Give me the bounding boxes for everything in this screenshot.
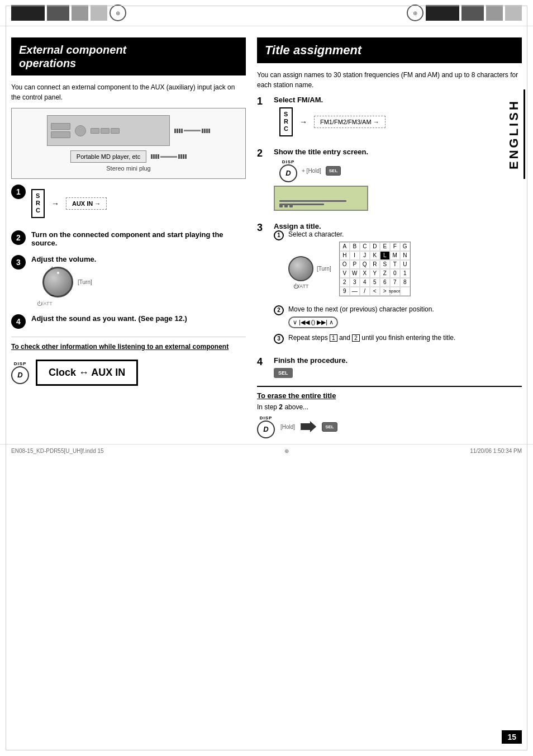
char-T[interactable]: T: [390, 260, 400, 269]
sel-btn-2[interactable]: SEL: [326, 166, 341, 176]
nav-back-icon[interactable]: |◀◀: [299, 319, 310, 326]
fm-dest: FM1/FM2/FM3/AM →: [314, 116, 386, 128]
sel-btn-erase[interactable]: SEL: [322, 422, 337, 432]
char-1[interactable]: 1: [400, 269, 410, 278]
char-B[interactable]: B: [350, 242, 360, 251]
step-3-circle: 3: [11, 255, 26, 270]
char-Z[interactable]: Z: [380, 269, 390, 278]
compass-icon-right: ⊕: [407, 4, 423, 21]
left-intro-text: You can connect an external component to…: [11, 82, 246, 102]
right-column: Title assignment You can assign names to…: [257, 37, 522, 438]
right-section-header: Title assignment: [257, 37, 522, 63]
disp-circle[interactable]: D: [11, 366, 29, 384]
char-C[interactable]: C: [360, 242, 370, 251]
char-O[interactable]: O: [340, 260, 350, 269]
nav-fwd-icon[interactable]: ▶▶|: [317, 319, 327, 326]
char-Q[interactable]: Q: [360, 260, 370, 269]
char-3[interactable]: 3: [350, 278, 360, 287]
bottom-strip: EN08-15_KD-PDR55[U_UH]f.indd 15 ⊕ 11/20/…: [0, 444, 533, 457]
char-gt[interactable]: >: [380, 287, 390, 296]
page-number: 15: [502, 730, 522, 744]
sel-finish-btn[interactable]: SEL: [274, 368, 293, 378]
char-A[interactable]: A: [340, 242, 350, 251]
bottom-compass: ⊕: [284, 448, 289, 454]
top-block-6: [461, 5, 484, 21]
char-9[interactable]: 9: [340, 287, 350, 296]
nav-next-icon[interactable]: ∧: [329, 319, 334, 326]
disp-btn-2[interactable]: DISP D: [279, 159, 297, 182]
disp-circle-erase[interactable]: D: [257, 420, 275, 438]
char-H[interactable]: H: [340, 251, 350, 260]
char-M[interactable]: M: [390, 251, 400, 260]
char-lt[interactable]: <: [370, 287, 380, 296]
right-step-1-label: Select FM/AM.: [274, 96, 386, 104]
hold-label-erase: [Hold]: [280, 424, 295, 430]
char-S[interactable]: S: [380, 260, 390, 269]
clock-aux-display: Clock ↔ AUX IN: [36, 360, 138, 386]
char-J[interactable]: J: [360, 251, 370, 260]
check-info-title: To check other information while listeni…: [11, 343, 246, 351]
device-illustration: Portable MD player, etc Stereo mini plug: [11, 108, 246, 179]
disp-label-erase: DISP: [260, 415, 273, 420]
main-content: External component operations You can co…: [0, 26, 533, 444]
nav-prev-icon[interactable]: ∨: [293, 319, 297, 326]
char-4[interactable]: 4: [360, 278, 370, 287]
char-Y[interactable]: Y: [370, 269, 380, 278]
char-I[interactable]: I: [350, 251, 360, 260]
step-3-item: 3 Adjust the volume. + − [Turn] ⏻/ATT: [11, 255, 246, 306]
char-7[interactable]: 7: [390, 278, 400, 287]
char-6[interactable]: 6: [380, 278, 390, 287]
sub-step-3: 3 Repeat steps 1 and 2 until you finish …: [274, 334, 522, 344]
top-block-3: [72, 5, 88, 21]
right-step-2: 2 Show the title entry screen. DISP D + …: [257, 148, 522, 214]
char-L[interactable]: L: [380, 251, 390, 260]
char-5[interactable]: 5: [370, 278, 380, 287]
volume-knob[interactable]: [42, 267, 73, 297]
sub-circle-1: 1: [274, 230, 284, 240]
char-U[interactable]: U: [400, 260, 410, 269]
char-X[interactable]: X: [360, 269, 370, 278]
char-E[interactable]: E: [380, 242, 390, 251]
nav-sep: (): [311, 319, 315, 325]
title-knob[interactable]: [288, 256, 313, 281]
top-block-1: [11, 5, 45, 21]
nav-buttons[interactable]: ∨ |◀◀ () ▶▶| ∧: [288, 316, 338, 328]
right-step-4-label: Finish the procedure.: [274, 356, 348, 365]
char-dash[interactable]: —: [350, 287, 360, 296]
left-column: External component operations You can co…: [11, 37, 246, 438]
disp-btn-erase[interactable]: DISP D: [257, 415, 275, 438]
step-1-item: 1 SRC → AUX IN →: [11, 185, 246, 223]
char-2[interactable]: 2: [340, 278, 350, 287]
att-label: ⏻/ATT: [293, 284, 309, 289]
step-2-text: Turn on the connected component and star…: [31, 230, 246, 247]
step-2-circle: 2: [11, 230, 26, 245]
src-box-right: SRC: [279, 107, 293, 136]
char-P[interactable]: P: [350, 260, 360, 269]
portable-device-label: Portable MD player, etc: [70, 150, 146, 163]
erase-controls: DISP D [Hold] SEL: [257, 415, 522, 438]
disp-circle-2[interactable]: D: [279, 164, 297, 182]
char-8[interactable]: 8: [400, 278, 410, 287]
char-0[interactable]: 0: [390, 269, 400, 278]
sub-step-3-text: Repeat steps 1 and 2 until you finish en…: [288, 334, 455, 342]
step-3-text: Adjust the volume.: [31, 255, 246, 263]
char-W[interactable]: W: [350, 269, 360, 278]
char-K[interactable]: K: [370, 251, 380, 260]
char-D[interactable]: D: [370, 242, 380, 251]
disp-button[interactable]: DISP D: [11, 361, 29, 384]
left-title-line1: External component: [19, 43, 238, 56]
step-4-circle: 4: [11, 314, 26, 329]
char-G[interactable]: G: [400, 242, 410, 251]
char-N[interactable]: N: [400, 251, 410, 260]
turn-label-title: [Turn]: [317, 266, 331, 272]
char-space[interactable]: space: [390, 287, 400, 296]
char-R[interactable]: R: [370, 260, 380, 269]
char-F[interactable]: F: [390, 242, 400, 251]
right-step-1-num: 1: [257, 96, 268, 140]
sub-step-2: 2 Move to the next (or previous) charact…: [274, 305, 522, 328]
stereo-label: Stereo mini plug: [18, 165, 239, 172]
char-grid: A B C D E F G H I J K L: [339, 242, 411, 296]
char-V[interactable]: V: [340, 269, 350, 278]
char-slash[interactable]: /: [360, 287, 370, 296]
sub-step-2-text: Move to the next (or previous) character…: [288, 305, 434, 313]
